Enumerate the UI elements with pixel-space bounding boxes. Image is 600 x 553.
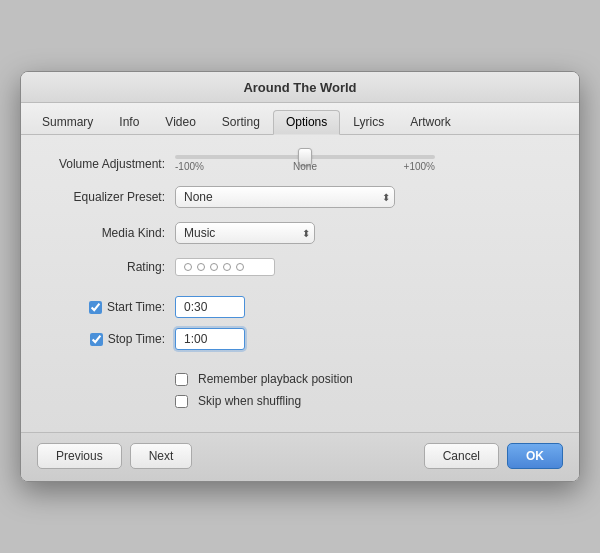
volume-none-label: None — [262, 161, 349, 172]
tab-options[interactable]: Options — [273, 110, 340, 135]
rating-dot-3[interactable] — [210, 263, 218, 271]
rating-label: Rating: — [45, 260, 175, 274]
start-time-input[interactable] — [175, 296, 245, 318]
skip-shuffling-checkbox[interactable] — [175, 395, 188, 408]
start-time-row: Start Time: — [45, 296, 555, 318]
tab-info[interactable]: Info — [106, 110, 152, 135]
tab-lyrics[interactable]: Lyrics — [340, 110, 397, 135]
previous-button[interactable]: Previous — [37, 443, 122, 469]
stop-time-checkbox[interactable] — [90, 333, 103, 346]
tab-bar: Summary Info Video Sorting Options Lyric… — [21, 103, 579, 135]
title-bar: Around The World — [21, 72, 579, 103]
volume-slider[interactable] — [175, 155, 435, 159]
tab-sorting[interactable]: Sorting — [209, 110, 273, 135]
bottom-bar: Previous Next Cancel OK — [21, 432, 579, 481]
rating-dot-1[interactable] — [184, 263, 192, 271]
remember-playback-row: Remember playback position — [175, 372, 555, 386]
remember-playback-label[interactable]: Remember playback position — [198, 372, 353, 386]
cancel-button[interactable]: Cancel — [424, 443, 499, 469]
start-time-label: Start Time: — [107, 300, 165, 314]
skip-shuffling-label[interactable]: Skip when shuffling — [198, 394, 301, 408]
rating-row: Rating: — [45, 258, 555, 276]
media-kind-row: Media Kind: Home Video Movie Music Music… — [45, 222, 555, 244]
tab-video[interactable]: Video — [152, 110, 208, 135]
media-kind-label: Media Kind: — [45, 226, 175, 240]
bottom-left-buttons: Previous Next — [37, 443, 192, 469]
stop-time-row: Stop Time: — [45, 328, 555, 350]
volume-row: Volume Adjustment: -100% None +100% — [45, 155, 555, 172]
dialog-title: Around The World — [243, 80, 356, 95]
start-time-label-area: Start Time: — [45, 300, 175, 314]
rating-container[interactable] — [175, 258, 275, 276]
rating-dot-5[interactable] — [236, 263, 244, 271]
ok-button[interactable]: OK — [507, 443, 563, 469]
stop-time-label-area: Stop Time: — [45, 332, 175, 346]
rating-dot-2[interactable] — [197, 263, 205, 271]
stop-time-input[interactable] — [175, 328, 245, 350]
content-area: Volume Adjustment: -100% None +100% Equa… — [21, 135, 579, 432]
media-kind-select-wrapper: Home Video Movie Music Music Video Podca… — [175, 222, 315, 244]
rating-dot-4[interactable] — [223, 263, 231, 271]
volume-min-label: -100% — [175, 161, 262, 172]
equalizer-label: Equalizer Preset: — [45, 190, 175, 204]
start-time-checkbox[interactable] — [89, 301, 102, 314]
volume-max-label: +100% — [348, 161, 435, 172]
skip-shuffling-row: Skip when shuffling — [175, 394, 555, 408]
equalizer-select-wrapper: None Acoustic Bass Booster Classical Dan… — [175, 186, 395, 208]
stop-time-label: Stop Time: — [108, 332, 165, 346]
equalizer-select[interactable]: None Acoustic Bass Booster Classical Dan… — [175, 186, 395, 208]
volume-label: Volume Adjustment: — [45, 157, 175, 171]
tab-artwork[interactable]: Artwork — [397, 110, 464, 135]
media-kind-select[interactable]: Home Video Movie Music Music Video Podca… — [175, 222, 315, 244]
dialog: Around The World Summary Info Video Sort… — [20, 71, 580, 482]
extra-checkboxes: Remember playback position Skip when shu… — [175, 372, 555, 408]
tab-summary[interactable]: Summary — [29, 110, 106, 135]
bottom-right-buttons: Cancel OK — [424, 443, 563, 469]
equalizer-row: Equalizer Preset: None Acoustic Bass Boo… — [45, 186, 555, 208]
next-button[interactable]: Next — [130, 443, 193, 469]
remember-playback-checkbox[interactable] — [175, 373, 188, 386]
volume-slider-container: -100% None +100% — [175, 155, 555, 172]
